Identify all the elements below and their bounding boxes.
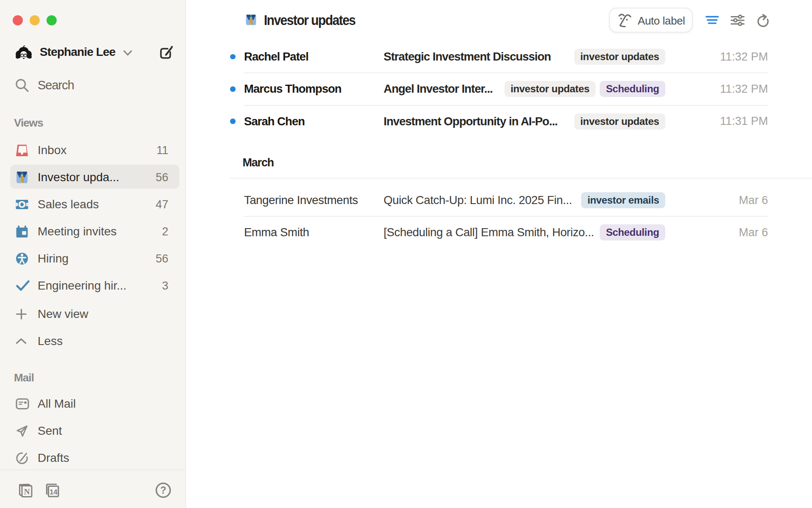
svg-text:14: 14 [49, 488, 58, 496]
svg-text:N: N [24, 487, 30, 496]
svg-text:?: ? [160, 485, 166, 496]
